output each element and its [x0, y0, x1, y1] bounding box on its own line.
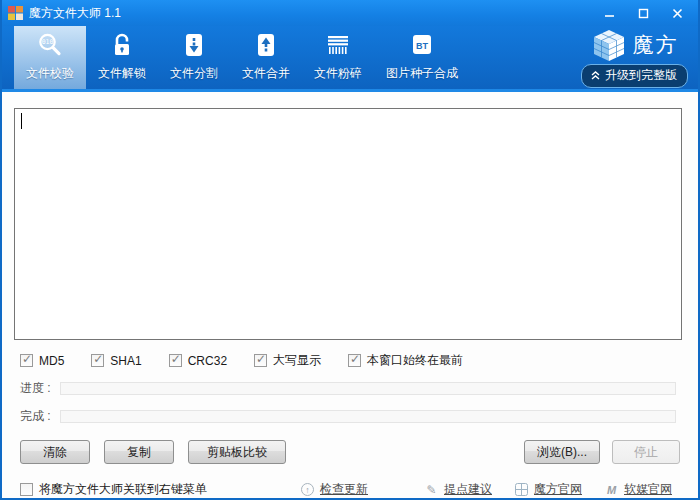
mofang-cube-logo	[591, 27, 627, 63]
window-title: 魔方文件大师 1.1	[29, 5, 121, 22]
stop-button[interactable]: 停止	[612, 440, 680, 464]
hash-options-row: MD5 SHA1 CRC32 大写显示 本窗口始终在最前	[20, 352, 698, 369]
toolbar-tabs: 010 文件校验 文件解锁	[14, 26, 470, 89]
copy-button[interactable]: 复制	[104, 440, 174, 464]
checksum-magnifier-icon: 010	[36, 29, 64, 61]
text-caret	[21, 113, 22, 129]
footer-links: ↑ 检查更新 ✎ 提点建议 魔方官网	[300, 481, 672, 498]
clipboard-compare-button[interactable]: 剪贴板比较	[188, 440, 286, 464]
checkbox-label: 将魔方文件大师关联到右键菜单	[39, 481, 207, 498]
tab-file-merge[interactable]: 文件合并	[230, 26, 302, 89]
link-label: 提点建议	[444, 481, 492, 498]
tab-label: 文件分割	[170, 65, 218, 82]
tab-file-split[interactable]: 文件分割	[158, 26, 230, 89]
checkbox-box	[20, 483, 33, 496]
progress-bar	[60, 382, 676, 395]
unlock-padlock-icon	[109, 29, 135, 61]
checkbox-box	[91, 354, 104, 367]
buttons-row: 清除 复制 剪贴板比较 浏览(B)... 停止	[20, 440, 680, 464]
brand-area: 魔方 升级到完整版	[581, 27, 688, 88]
ruanmei-site-link[interactable]: M 软媒官网	[604, 481, 672, 498]
checkbox-box	[348, 354, 361, 367]
link-label: 魔方官网	[534, 481, 582, 498]
checkbox-label: MD5	[39, 354, 64, 368]
svg-text:010: 010	[42, 38, 54, 46]
tab-label: 文件解锁	[98, 65, 146, 82]
tab-label: 图片种子合成	[386, 65, 458, 82]
ruanmei-m-icon: M	[604, 482, 619, 497]
main-content: MD5 SHA1 CRC32 大写显示 本窗口始终在最前 进度 :	[2, 108, 698, 498]
file-list-area[interactable]	[14, 108, 682, 340]
clear-button[interactable]: 清除	[20, 440, 90, 464]
upgrade-label: 升级到完整版	[605, 67, 677, 84]
minimize-button[interactable]	[592, 2, 626, 24]
file-shredder-icon	[324, 29, 352, 61]
checkbox-always-on-top[interactable]: 本窗口始终在最前	[348, 352, 463, 369]
link-label: 软媒官网	[624, 481, 672, 498]
checkbox-label: 大写显示	[273, 352, 321, 369]
checkbox-uppercase[interactable]: 大写显示	[254, 352, 321, 369]
checkbox-label: SHA1	[110, 354, 141, 368]
window-controls	[592, 0, 694, 26]
checkbox-box	[169, 354, 182, 367]
checkbox-md5[interactable]: MD5	[20, 354, 64, 368]
footer-row: 将魔方文件大师关联到右键菜单 ↑ 检查更新 ✎ 提点建议	[20, 481, 672, 498]
checkbox-label: CRC32	[188, 354, 227, 368]
complete-row: 完成 :	[20, 408, 676, 425]
link-label: 检查更新	[320, 481, 368, 498]
checkbox-sha1[interactable]: SHA1	[91, 354, 141, 368]
tab-file-unlock[interactable]: 文件解锁	[86, 26, 158, 89]
tab-file-shred[interactable]: 文件粉碎	[302, 26, 374, 89]
checkbox-box	[20, 354, 33, 367]
associate-context-menu-checkbox[interactable]: 将魔方文件大师关联到右键菜单	[20, 481, 207, 498]
progress-row: 进度 :	[20, 380, 676, 397]
tab-label: 文件校验	[26, 65, 74, 82]
check-update-link[interactable]: ↑ 检查更新	[300, 481, 368, 498]
update-arrow-icon: ↑	[300, 482, 315, 497]
maximize-button[interactable]	[626, 2, 660, 24]
upgrade-button[interactable]: 升级到完整版	[581, 64, 688, 88]
file-split-icon	[181, 29, 207, 61]
mofang-site-link[interactable]: 魔方官网	[514, 481, 582, 498]
pencil-icon: ✎	[424, 482, 439, 497]
double-chevron-up-icon	[590, 70, 601, 81]
checkbox-box	[254, 354, 267, 367]
svg-text:BT: BT	[416, 41, 428, 51]
checkbox-label: 本窗口始终在最前	[367, 352, 463, 369]
complete-bar	[60, 410, 676, 423]
close-button[interactable]	[660, 2, 694, 24]
app-logo-icon	[8, 6, 23, 20]
bt-badge-icon: BT	[409, 29, 435, 61]
tab-image-torrent-merge[interactable]: BT 图片种子合成	[374, 26, 470, 89]
toolbar: 010 文件校验 文件解锁	[2, 26, 698, 92]
browse-button[interactable]: 浏览(B)...	[524, 440, 600, 464]
brand-name: 魔方	[633, 31, 679, 59]
progress-label: 进度 :	[20, 380, 60, 397]
suggestion-link[interactable]: ✎ 提点建议	[424, 481, 492, 498]
complete-label: 完成 :	[20, 408, 60, 425]
app-window: 魔方文件大师 1.1 010	[0, 0, 700, 500]
file-merge-icon	[253, 29, 279, 61]
tab-file-checksum[interactable]: 010 文件校验	[14, 26, 86, 89]
cube-grid-icon	[514, 482, 529, 497]
checkbox-crc32[interactable]: CRC32	[169, 354, 227, 368]
tab-label: 文件合并	[242, 65, 290, 82]
tab-label: 文件粉碎	[314, 65, 362, 82]
titlebar: 魔方文件大师 1.1	[2, 0, 698, 26]
